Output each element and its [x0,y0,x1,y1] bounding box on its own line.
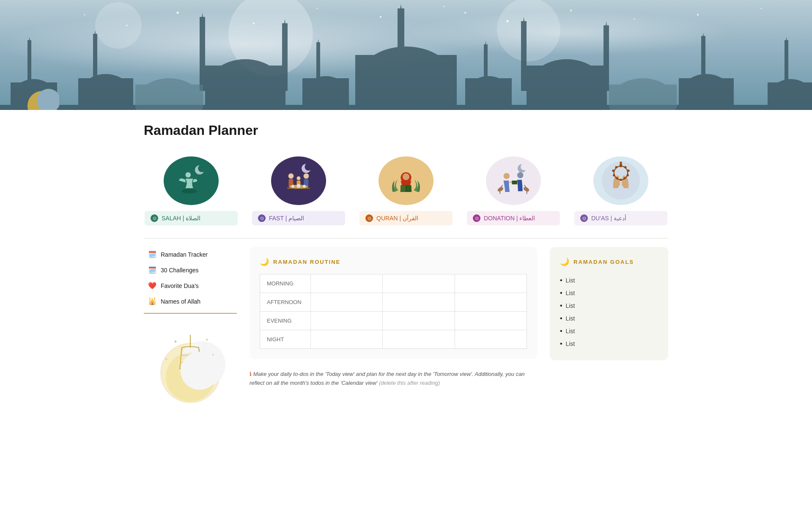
svg-rect-90 [401,185,406,192]
svg-point-3 [177,12,179,14]
list-item: List [560,325,658,337]
category-item-quran: ⊙ QURAN | القرآن [359,155,453,225]
routine-table: MORNING AFTERNOON EVENING [260,274,527,349]
svg-point-97 [504,173,510,179]
svg-point-23 [399,11,403,15]
svg-rect-37 [78,78,133,108]
afternoon-col1[interactable] [311,293,383,312]
main-layout: 🗓️ Ramadan Tracker 🗓️ 30 Challenges ❤️ F… [144,238,668,415]
svg-point-107 [620,179,622,181]
svg-point-13 [761,8,762,9]
donation-icon-circle: ⊙ [473,214,480,222]
category-row: ⊙ SALAH | الصلاة [144,147,668,238]
fast-label[interactable]: ⊙ FAST | الصيام [252,211,345,225]
svg-point-77 [297,176,301,180]
svg-text:✦: ✦ [165,357,168,361]
night-col1[interactable] [311,330,383,349]
svg-point-69 [198,164,206,172]
note-area: ℹ Make your daily to-dos in the 'Today v… [250,366,537,392]
svg-point-17 [497,0,560,61]
goals-section: 🌙 RAMADAN GOALS List List List List [550,247,668,360]
night-col2[interactable] [383,330,455,349]
evening-label: EVENING [260,312,311,330]
morning-col1[interactable] [311,274,383,293]
svg-point-12 [697,14,699,16]
hero-banner [0,0,812,110]
category-item-fast: ⊙ FAST | الصيام [251,155,346,225]
list-item: List [560,299,658,312]
svg-point-85 [303,185,306,188]
table-row: MORNING [260,274,527,293]
svg-point-75 [288,173,294,179]
svg-rect-57 [465,78,512,108]
afternoon-col3[interactable] [455,293,527,312]
table-row: AFTERNOON [260,293,527,312]
svg-point-14 [84,14,85,16]
fast-icon-circle: ⊙ [258,214,266,222]
svg-text:✦: ✦ [205,337,208,342]
names-icon: 🕌 [148,297,156,305]
afternoon-label: AFTERNOON [260,293,311,312]
svg-rect-45 [768,82,812,108]
svg-rect-20 [355,55,457,110]
svg-point-108 [616,177,618,179]
fast-icon-container [269,155,328,206]
evening-col2[interactable] [383,312,455,330]
svg-text:✦: ✦ [173,339,178,345]
duas-icon-circle: ⊙ [580,214,588,222]
sidebar-item-tracker[interactable]: 🗓️ Ramadan Tracker [144,247,237,262]
svg-point-84 [297,184,301,188]
svg-point-79 [304,173,309,179]
goals-list: List List List List List List [560,274,658,350]
night-col3[interactable] [455,330,527,349]
evening-col1[interactable] [311,312,383,330]
svg-rect-31 [527,66,607,108]
evening-col3[interactable] [455,312,527,330]
svg-rect-60 [0,105,812,110]
sidebar-nav: 🗓️ Ramadan Tracker 🗓️ 30 Challenges ❤️ F… [144,247,237,314]
category-item-salah: ⊙ SALAH | الصلاة [144,155,239,225]
svg-point-6 [380,16,381,18]
donation-icon-container [484,155,543,206]
morning-label: MORNING [260,274,311,293]
donation-icon [486,156,541,205]
svg-rect-62 [135,85,203,108]
duas-label[interactable]: ⊙ DU'AS | أدعية [574,211,667,225]
list-item: List [560,337,658,350]
salah-label[interactable]: ⊙ SALAH | الصلاة [145,211,238,225]
svg-point-70 [186,172,191,178]
svg-point-88 [403,173,409,180]
afternoon-col2[interactable] [383,293,455,312]
svg-point-109 [613,174,615,176]
morning-col3[interactable] [455,274,527,293]
note-icon: ℹ [250,371,252,377]
sidebar-item-names[interactable]: 🕌 Names of Allah [144,294,237,309]
svg-point-71 [182,189,197,194]
svg-point-113 [620,162,622,164]
svg-rect-99 [512,181,517,184]
svg-point-104 [627,170,629,172]
sidebar: 🗓️ Ramadan Tracker 🗓️ 30 Challenges ❤️ F… [144,247,237,407]
sidebar-item-duas[interactable]: ❤️ Favorite Dua's [144,278,237,293]
svg-point-106 [623,177,625,179]
sidebar-item-challenges[interactable]: 🗓️ 30 Challenges [144,263,237,277]
svg-point-7 [444,6,445,7]
svg-rect-41 [679,78,734,108]
category-item-donation: ⊙ DONATION | العطاء [466,155,561,225]
center-content: 🌙 RAMADAN ROUTINE MORNING AFTERNOON [250,247,537,407]
svg-point-103 [624,166,626,168]
table-row: NIGHT [260,330,527,349]
svg-rect-112 [620,164,622,167]
table-row: EVENING [260,312,527,330]
donation-label[interactable]: ⊙ DONATION | العطاء [467,211,560,225]
routine-header: 🌙 RAMADAN ROUTINE [260,257,527,266]
duas-sidebar-icon: ❤️ [148,282,156,290]
svg-point-94 [521,164,527,170]
svg-rect-53 [302,78,349,108]
quran-label[interactable]: ⊙ QURAN | القرآن [359,211,453,225]
svg-point-5 [317,8,318,9]
svg-point-74 [304,163,312,171]
morning-col2[interactable] [383,274,455,293]
routine-title: RAMADAN ROUTINE [273,259,340,265]
quran-icon-container [376,155,436,206]
